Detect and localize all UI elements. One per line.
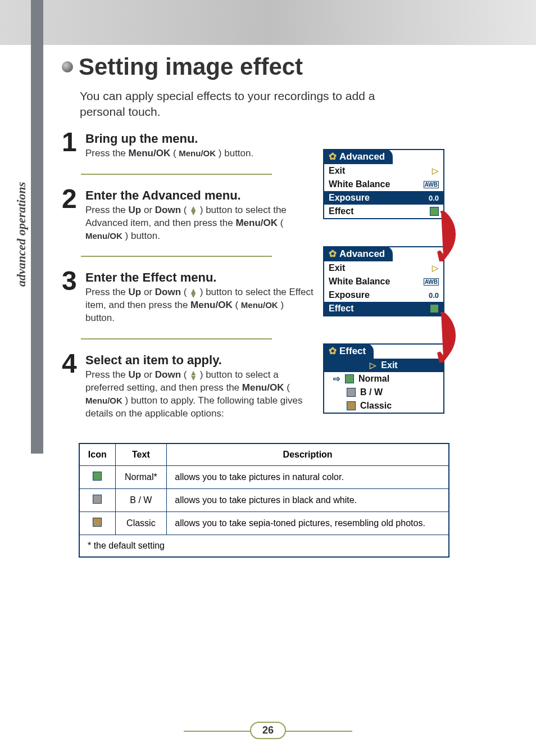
table-cell: allows you to take sepia-toned pictures,… — [167, 512, 449, 535]
effect-classic-icon — [93, 518, 102, 527]
top-gradient-band — [0, 0, 536, 45]
menu-tab: ✿Advanced — [324, 149, 393, 164]
intro-text: You can apply special effects to your re… — [80, 88, 383, 120]
menu-effect: ✿Effect ▷ Exit ⇨ Normal B / W Classic — [323, 343, 444, 414]
table-footnote-row: * the default setting — [79, 535, 449, 558]
menu-row-effect: Effect — [324, 302, 443, 315]
page-number: 26 — [250, 722, 286, 739]
menu-advanced-exposure: ✿Advanced Exit▷ White BalanceAWB Exposur… — [323, 149, 444, 219]
step-divider — [81, 338, 272, 339]
flow-arrow-icon — [435, 211, 458, 261]
table-cell: allows you to take pictures in black and… — [167, 489, 449, 512]
side-section-label: advanced operations — [14, 146, 29, 287]
step-text: Press the Up or Down ( ▲▼ ) button to se… — [85, 286, 315, 325]
menu-tab: ✿Effect — [324, 343, 374, 359]
title-text: Setting image effect — [79, 53, 303, 80]
up-down-icon: ▲▼ — [189, 206, 197, 215]
menu-advanced-effect: ✿Advanced Exit▷ White BalanceAWB Exposur… — [323, 246, 444, 316]
step-3: 3 Enter the Effect menu. Press the Up or… — [62, 270, 315, 325]
effect-bw-icon — [93, 495, 102, 504]
table-header: Description — [167, 443, 449, 466]
menu-row-exit: Exit▷ — [324, 164, 443, 178]
menu-row-effect: Effect — [324, 205, 443, 218]
step-number: 4 — [62, 353, 81, 420]
table-footnote: * the default setting — [79, 535, 449, 558]
step-number: 3 — [62, 270, 81, 325]
step-1: 1 Bring up the menu. Press the Menu/OK (… — [62, 132, 315, 160]
menu-row-normal: ⇨ Normal — [324, 372, 443, 386]
awb-icon: AWB — [424, 181, 439, 188]
gear-icon: ✿ — [329, 346, 337, 356]
exit-icon: ▷ — [432, 263, 439, 273]
step-text: Press the Up or Down ( ▲▼ ) button to se… — [85, 204, 315, 243]
step-heading: Enter the Advanced menu. — [85, 188, 315, 203]
up-down-icon: ▲▼ — [189, 370, 197, 380]
step-text: Press the Menu/OK ( Menu/OK ) button. — [85, 147, 253, 160]
selection-arrow-icon: ⇨ — [333, 374, 340, 384]
step-heading: Enter the Effect menu. — [85, 270, 315, 285]
step-number: 2 — [62, 188, 81, 243]
page-title: Setting image effect — [62, 53, 500, 80]
menu-row-classic: Classic — [324, 399, 443, 413]
table-header: Icon — [79, 443, 115, 466]
menu-row-bw: B / W — [324, 386, 443, 399]
table-row: Classic allows you to take sepia-toned p… — [79, 512, 449, 535]
exit-icon: ▷ — [370, 360, 376, 370]
table-cell: Classic — [115, 512, 167, 535]
gear-icon: ✿ — [329, 248, 337, 259]
step-heading: Select an item to apply. — [85, 353, 315, 368]
menu-row-exposure: Exposure0.0 — [324, 288, 443, 302]
title-bullet-icon — [62, 61, 73, 73]
step-number: 1 — [62, 132, 81, 160]
flow-arrow-icon — [435, 312, 458, 363]
effect-bw-icon — [347, 388, 356, 397]
effect-normal-icon — [93, 472, 102, 481]
table-cell: Normal* — [115, 466, 167, 489]
effect-normal-icon — [345, 374, 354, 383]
effect-options-table: Icon Text Description Normal* allows you… — [79, 443, 449, 558]
step-heading: Bring up the menu. — [85, 132, 253, 146]
menu-row-exit: ▷ Exit — [324, 359, 443, 372]
step-text: Press the Up or Down ( ▲▼ ) button to se… — [85, 369, 315, 420]
onscreen-menus: ✿Advanced Exit▷ White BalanceAWB Exposur… — [323, 149, 444, 441]
table-row: B / W allows you to take pictures in bla… — [79, 489, 449, 512]
table-header: Text — [115, 443, 167, 466]
exit-icon: ▷ — [432, 166, 439, 176]
step-2: 2 Enter the Advanced menu. Press the Up … — [62, 188, 315, 243]
table-cell: B / W — [115, 489, 167, 512]
step-divider — [81, 256, 272, 257]
step-4: 4 Select an item to apply. Press the Up … — [62, 353, 315, 420]
step-divider — [81, 174, 272, 175]
table-cell: allows you to take pictures in natural c… — [167, 466, 449, 489]
table-row: Normal* allows you to take pictures in n… — [79, 466, 449, 489]
effect-classic-icon — [347, 401, 356, 410]
menu-tab: ✿Advanced — [324, 246, 393, 261]
awb-icon: AWB — [424, 278, 439, 286]
menu-row-wb: White BalanceAWB — [324, 275, 443, 288]
menu-row-exit: Exit▷ — [324, 261, 443, 275]
menu-row-wb: White BalanceAWB — [324, 178, 443, 191]
side-gray-band — [31, 0, 43, 454]
table-header-row: Icon Text Description — [79, 443, 449, 466]
up-down-icon: ▲▼ — [189, 288, 197, 298]
menu-row-exposure: Exposure0.0 — [324, 191, 443, 205]
gear-icon: ✿ — [329, 151, 337, 162]
